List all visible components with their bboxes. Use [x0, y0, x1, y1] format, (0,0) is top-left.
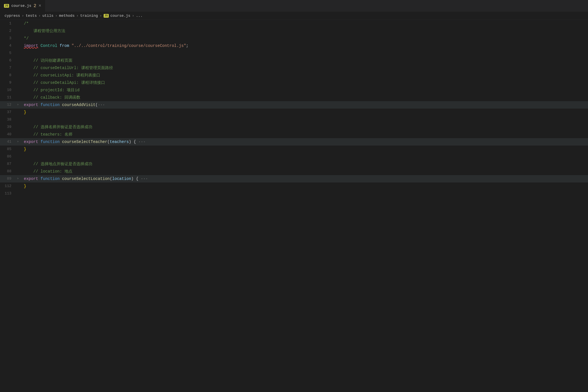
line-number-87: 87 [0, 160, 17, 168]
breadcrumb-methods: methods [59, 14, 75, 18]
code-line-4: 4 import Control from "../../control/tra… [0, 42, 588, 49]
breadcrumb-cypress: cypress [5, 14, 20, 18]
code-line-6: 6 // 访问创建课程页面 [0, 57, 588, 64]
code-line-39: 39 // 选择名师并验证是否选择成功 [0, 123, 588, 131]
code-content-40: // teachers: 名师 [23, 131, 588, 138]
line-number-39: 39 [0, 123, 17, 131]
breadcrumb-training: training [80, 14, 98, 18]
code-line-10: 10 // projectId: 项目id [0, 86, 588, 94]
tab-course-js[interactable]: JS course.js 2 × [0, 0, 45, 12]
fold-arrow-89[interactable]: › [17, 175, 23, 182]
code-line-85: 85 } [0, 146, 588, 153]
line-number-113: 113 [0, 190, 17, 197]
code-line-7: 7 // courseDetailUrl: 课程管理页面路径 [0, 64, 588, 72]
code-line-89: 89 › export function courseSelectLocatio… [0, 175, 588, 182]
code-content-39: // 选择名师并验证是否选择成功 [23, 123, 588, 131]
line-number-1: 1 [0, 20, 17, 27]
line-number-9: 9 [0, 79, 17, 86]
code-content-12: export function courseAddVisit(··· [23, 101, 588, 109]
code-content-11: // callback: 回调函数 [23, 94, 588, 101]
code-content-85: } [23, 146, 588, 153]
breadcrumb-sep-6: › [132, 14, 134, 18]
code-content-2: 课程管理公用方法 [23, 27, 588, 35]
tab-bar: JS course.js 2 × [0, 0, 588, 12]
line-number-6: 6 [0, 57, 17, 64]
breadcrumb-sep-3: › [55, 14, 57, 18]
editor: 1 /* 2 课程管理公用方法 3 */ 4 import Control fr… [0, 20, 588, 391]
code-content-6: // 访问创建课程页面 [23, 57, 588, 64]
line-number-40: 40 [0, 131, 17, 138]
code-line-5: 5 [0, 49, 588, 57]
code-line-38: 38 [0, 116, 588, 123]
code-content-87: // 选择地点并验证是否选择成功 [23, 160, 588, 168]
breadcrumb-utils: utils [42, 14, 53, 18]
code-line-40: 40 // teachers: 名师 [0, 131, 588, 138]
line-number-4: 4 [0, 42, 17, 49]
breadcrumb-sep-4: › [76, 14, 79, 18]
code-line-12: 12 › export function courseAddVisit(··· [0, 101, 588, 109]
code-content-1: /* [23, 20, 588, 27]
code-container: 1 /* 2 课程管理公用方法 3 */ 4 import Control fr… [0, 20, 588, 197]
line-number-85: 85 [0, 146, 17, 153]
line-number-86: 86 [0, 153, 17, 160]
breadcrumb-sep-2: › [38, 14, 41, 18]
code-line-86: 86 [0, 153, 588, 160]
line-number-41: 41 [0, 138, 17, 146]
code-content-112: } [23, 182, 588, 190]
breadcrumb-sep-5: › [100, 14, 102, 18]
code-line-11: 11 // callback: 回调函数 [0, 94, 588, 101]
breadcrumb-js-icon: JS [104, 14, 109, 18]
code-line-112: 112 } [0, 182, 588, 190]
line-number-112: 112 [0, 182, 17, 190]
code-line-9: 9 // courseDetailApi: 课程详情接口 [0, 79, 588, 86]
code-line-37: 37 } [0, 109, 588, 116]
line-number-11: 11 [0, 94, 17, 101]
code-line-113: 113 [0, 190, 588, 197]
code-line-2: 2 课程管理公用方法 [0, 27, 588, 35]
line-number-37: 37 [0, 109, 17, 116]
breadcrumb-tests: tests [26, 14, 37, 18]
code-content-9: // courseDetailApi: 课程详情接口 [23, 79, 588, 86]
tab-close-button[interactable]: × [39, 4, 41, 8]
code-content-8: // courseListApi: 课程列表接口 [23, 72, 588, 79]
line-number-8: 8 [0, 72, 17, 79]
fold-arrow-12[interactable]: › [17, 101, 23, 109]
breadcrumb: cypress › tests › utils › methods › trai… [0, 12, 588, 20]
line-number-5: 5 [0, 49, 17, 57]
code-content-37: } [23, 109, 588, 116]
code-line-8: 8 // courseListApi: 课程列表接口 [0, 72, 588, 79]
code-content-4: import Control from "../../control/train… [23, 42, 588, 49]
line-number-12: 12 [0, 101, 17, 109]
code-line-88: 88 // location: 地点 [0, 168, 588, 175]
fold-arrow-41[interactable]: › [17, 138, 23, 146]
line-number-10: 10 [0, 86, 17, 94]
line-number-3: 3 [0, 35, 17, 42]
code-content-7: // courseDetailUrl: 课程管理页面路径 [23, 64, 588, 72]
code-line-1: 1 /* [0, 20, 588, 27]
breadcrumb-sep-1: › [22, 14, 24, 18]
code-content-89: export function courseSelectLocation(loc… [23, 175, 588, 182]
tab-filename: course.js [11, 4, 31, 8]
code-content-88: // location: 地点 [23, 168, 588, 175]
tab-js-icon: JS [4, 4, 9, 8]
tab-modified-indicator: 2 [34, 4, 36, 8]
breadcrumb-coursejs: course.js [110, 14, 130, 18]
line-number-89: 89 [0, 175, 17, 182]
code-content-10: // projectId: 项目id [23, 86, 588, 94]
breadcrumb-ellipsis: ... [136, 14, 143, 18]
code-line-3: 3 */ [0, 35, 588, 42]
line-number-88: 88 [0, 168, 17, 175]
line-number-38: 38 [0, 116, 17, 123]
code-content-41: export function courseSelectTeacher(teac… [23, 138, 588, 146]
code-content-3: */ [23, 35, 588, 42]
code-line-41: 41 › export function courseSelectTeacher… [0, 138, 588, 146]
code-line-87: 87 // 选择地点并验证是否选择成功 [0, 160, 588, 168]
line-number-2: 2 [0, 27, 17, 35]
line-number-7: 7 [0, 64, 17, 72]
